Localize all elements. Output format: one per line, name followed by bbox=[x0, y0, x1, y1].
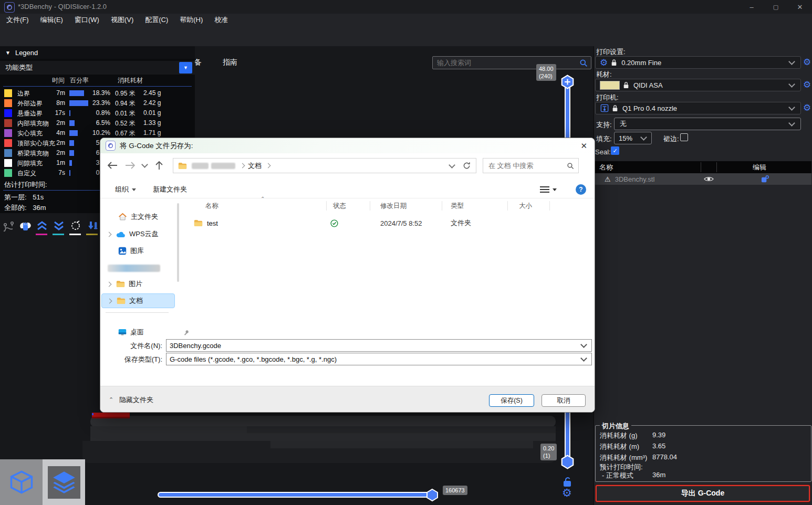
tab-guide[interactable]: 指南 bbox=[223, 58, 237, 67]
deretractions-toggle[interactable] bbox=[53, 220, 65, 235]
close-button[interactable]: ✕ bbox=[789, 0, 811, 14]
col-size[interactable]: 大小 bbox=[519, 202, 532, 211]
view-mode-caret-icon[interactable] bbox=[553, 188, 557, 191]
sidebar-item-gallery[interactable]: 图库 bbox=[100, 244, 176, 258]
sidebar-item-pictures[interactable]: 图片 bbox=[100, 277, 176, 291]
qidislicer-window: *3DBenchy - QIDISlicer-1.2.0 – ▢ ✕ 文件(F)… bbox=[0, 0, 812, 505]
support-combo[interactable]: 无 bbox=[614, 118, 801, 130]
menu-file[interactable]: 文件(F) bbox=[6, 15, 29, 25]
legend-header[interactable]: ▼ Legend bbox=[0, 46, 195, 59]
tool-marker-toggle[interactable] bbox=[86, 220, 99, 235]
up-button[interactable] bbox=[155, 160, 163, 171]
new-folder-button[interactable]: 新建文件夹 bbox=[153, 185, 187, 194]
slice-info-row: 消耗耗材 (m) bbox=[600, 442, 639, 451]
cancel-button[interactable]: 取消 bbox=[542, 394, 586, 407]
menu-window[interactable]: 窗口(W) bbox=[75, 15, 99, 25]
view-3d-button[interactable] bbox=[0, 459, 43, 505]
legend-collapse-icon[interactable]: ▼ bbox=[5, 50, 11, 56]
menu-calibration[interactable]: 校准 bbox=[214, 15, 228, 25]
savetype-value: G-code files (*.gcode, *.gco, *.bgcode, … bbox=[170, 355, 337, 363]
savetype-combo[interactable]: G-code files (*.gcode, *.gco, *.bgcode, … bbox=[166, 353, 592, 365]
printer-gear-button[interactable]: ⚙ bbox=[803, 103, 811, 112]
view-preview-button[interactable] bbox=[43, 459, 85, 505]
retractions-toggle[interactable] bbox=[36, 220, 48, 235]
legend-percent-bar bbox=[69, 120, 75, 126]
layer-slider-bottom-handle[interactable] bbox=[560, 455, 575, 469]
print-settings-combo[interactable]: ⚙ 0.20mm Fine bbox=[595, 56, 801, 69]
seams-toggle[interactable] bbox=[69, 220, 82, 235]
maximize-button[interactable]: ▢ bbox=[765, 0, 787, 14]
moves-slider-handle[interactable] bbox=[426, 488, 439, 502]
skirt-checkbox[interactable] bbox=[680, 133, 688, 141]
legend-row-overhang: 悬垂边界17s 0.8%0.01 米0.01 g bbox=[0, 108, 195, 118]
legend-row-solid-infill: 实心填充4m 10.2%0.67 米1.71 g bbox=[0, 128, 195, 138]
hide-folders-button[interactable]: 隐藏文件夹 bbox=[119, 395, 153, 405]
print-bed-notch bbox=[247, 426, 556, 433]
view-mode-icon[interactable] bbox=[540, 186, 549, 193]
slice-info-value: 36m bbox=[652, 471, 665, 479]
object-row[interactable]: ⚠ 3DBenchy.stl bbox=[595, 173, 811, 185]
save-button[interactable]: 保存(S) bbox=[489, 394, 534, 407]
legend-color-chip bbox=[4, 139, 12, 147]
export-gcode-button[interactable]: 导出 G-Code bbox=[596, 485, 810, 502]
legend-view-type-row: 功能类型 ▼ bbox=[0, 61, 195, 75]
right-sidebar: 打印设置: ⚙ 0.20mm Fine ⚙ 耗材: QIDI ASA ⚙ 打印机… bbox=[594, 46, 812, 505]
infill-label: 填充: bbox=[596, 134, 612, 144]
sidebar-item-desktop[interactable]: 桌面 bbox=[100, 325, 176, 340]
gallery-icon bbox=[118, 247, 127, 255]
slider-settings-icon[interactable]: ⚙ bbox=[562, 488, 572, 497]
forward-button[interactable] bbox=[124, 161, 136, 170]
menu-help[interactable]: 帮助(H) bbox=[180, 15, 203, 25]
combo-chevron-icon bbox=[788, 81, 795, 88]
refresh-icon[interactable] bbox=[463, 162, 471, 170]
layer-slider-top-handle[interactable] bbox=[560, 75, 575, 89]
wipe-moves-toggle[interactable] bbox=[19, 220, 32, 235]
infill-combo[interactable]: 15% bbox=[614, 132, 652, 144]
edit-object-icon[interactable] bbox=[761, 175, 769, 183]
search-input[interactable] bbox=[436, 58, 579, 67]
sidebar-item-documents[interactable]: 文档 bbox=[101, 293, 175, 308]
address-dropdown-chevron[interactable] bbox=[449, 162, 455, 169]
filament-combo[interactable]: QIDI ASA bbox=[595, 79, 801, 91]
help-icon[interactable]: ? bbox=[576, 184, 586, 195]
dialog-search-input[interactable] bbox=[487, 161, 567, 170]
address-bar[interactable]: 文档 bbox=[173, 158, 476, 173]
dialog-search-box[interactable] bbox=[483, 158, 579, 173]
global-search-box[interactable] bbox=[432, 56, 591, 69]
dialog-close-icon[interactable]: ✕ bbox=[580, 141, 587, 151]
moves-slider-track[interactable] bbox=[158, 492, 437, 498]
back-button[interactable] bbox=[107, 161, 118, 170]
organize-button[interactable]: 组织 bbox=[115, 185, 129, 194]
sidebar-item-redacted[interactable] bbox=[100, 261, 176, 276]
minimize-button[interactable]: – bbox=[741, 0, 763, 14]
col-name[interactable]: 名称 bbox=[205, 202, 218, 211]
menu-view[interactable]: 视图(V) bbox=[111, 15, 133, 25]
hide-folders-chevron-icon[interactable]: ⌃ bbox=[109, 396, 113, 403]
breadcrumb-documents[interactable]: 文档 bbox=[248, 161, 262, 171]
printer-combo[interactable]: Q1 Pro 0.4 nozzle bbox=[595, 102, 801, 114]
tab-bar: 构建板 打印设置 耗材 Printers 设备 指南 专家模式 Log in bbox=[0, 26, 812, 46]
filename-combo[interactable]: 3DBenchy.gcode bbox=[166, 339, 592, 352]
recent-locations-chevron[interactable] bbox=[141, 161, 148, 168]
filename-chevron-icon bbox=[580, 341, 587, 348]
legend-color-chip bbox=[4, 169, 12, 177]
print-settings-gear-button[interactable]: ⚙ bbox=[803, 58, 811, 67]
total-time-value: 36m bbox=[33, 204, 46, 212]
travel-moves-toggle[interactable] bbox=[2, 220, 15, 235]
printer-value: Q1 Pro 0.4 nozzle bbox=[622, 104, 677, 112]
visibility-eye-icon[interactable] bbox=[704, 176, 714, 182]
sidebar-item-home[interactable]: 主文件夹 bbox=[100, 209, 176, 224]
menu-config[interactable]: 配置(C) bbox=[145, 15, 168, 25]
lock-icon bbox=[623, 81, 629, 89]
col-type[interactable]: 类型 bbox=[451, 202, 464, 211]
col-status[interactable]: 状态 bbox=[333, 202, 346, 211]
filament-gear-button[interactable]: ⚙ bbox=[803, 80, 811, 89]
search-icon[interactable] bbox=[579, 59, 588, 67]
sidebar-item-wps[interactable]: WPS云盘 bbox=[100, 227, 176, 241]
menu-edit[interactable]: 编辑(E) bbox=[40, 15, 63, 25]
seal-checkbox[interactable]: ✓ bbox=[611, 146, 619, 155]
legend-filter-button[interactable]: ▼ bbox=[179, 62, 192, 73]
object-name: 3DBenchy.stl bbox=[615, 175, 655, 183]
col-date[interactable]: 修改日期 bbox=[380, 202, 407, 211]
file-row-test[interactable]: test 2024/7/5 8:52 文件夹 bbox=[178, 217, 595, 229]
